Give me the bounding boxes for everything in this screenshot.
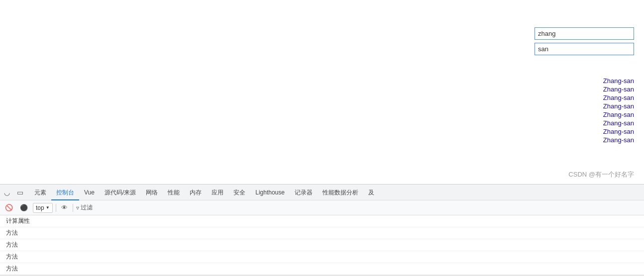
zhang-san-link-6[interactable]: Zhang-san: [603, 119, 634, 127]
row-label-4: 方法: [6, 265, 18, 273]
devtools-icons: ◡ ▭: [2, 187, 25, 197]
console-toolbar: 🚫 ⚫ top ▼ 👁 ▿ 过滤: [0, 200, 644, 215]
tab-network[interactable]: 网络: [141, 185, 163, 200]
device-icon[interactable]: ▭: [15, 187, 25, 197]
error-button[interactable]: ⚫: [18, 203, 30, 212]
tab-lighthouse[interactable]: Lighthouse: [250, 185, 290, 200]
tab-security[interactable]: 安全: [228, 185, 250, 200]
tab-vue[interactable]: Vue: [79, 185, 100, 200]
tab-application[interactable]: 应用: [207, 185, 228, 200]
input-container: [535, 27, 634, 55]
zhang-san-link-2[interactable]: Zhang-san: [603, 86, 634, 93]
console-row-0[interactable]: 计算属性: [0, 215, 644, 227]
console-row-3[interactable]: 方法: [0, 251, 644, 263]
zhang-san-link-3[interactable]: Zhang-san: [603, 94, 634, 101]
context-label: top: [36, 204, 44, 211]
tab-memory[interactable]: 内存: [185, 185, 207, 200]
watermark: CSDN @有一个好名字: [568, 170, 634, 179]
tab-more[interactable]: 及: [363, 185, 379, 200]
tab-console[interactable]: 控制台: [51, 185, 79, 200]
tab-sources[interactable]: 源代码/来源: [100, 185, 141, 200]
toolbar-divider: [56, 204, 56, 212]
tab-elements[interactable]: 元素: [29, 185, 51, 200]
context-selector[interactable]: top ▼: [33, 203, 53, 213]
zhang-san-link-1[interactable]: Zhang-san: [603, 77, 634, 85]
clear-button[interactable]: 🚫: [3, 203, 15, 212]
row-label-3: 方法: [6, 253, 18, 261]
zhang-san-link-4[interactable]: Zhang-san: [603, 102, 634, 110]
inspect-icon[interactable]: ◡: [2, 187, 12, 197]
row-label-0: 计算属性: [6, 217, 30, 225]
row-label-2: 方法: [6, 241, 18, 249]
devtools-bar: ◡ ▭ 元素 控制台 Vue 源代码/来源 网络 性能 内存 应用 安全 Lig…: [0, 184, 644, 276]
tab-bar: ◡ ▭ 元素 控制台 Vue 源代码/来源 网络 性能 内存 应用 安全 Lig…: [0, 185, 644, 200]
filter-label: 过滤: [81, 203, 93, 212]
tab-performance-insights[interactable]: 性能数据分析: [318, 185, 363, 200]
console-row-1[interactable]: 方法: [0, 227, 644, 239]
zhang-san-link-5[interactable]: Zhang-san: [603, 111, 634, 118]
zhang-san-link-7[interactable]: Zhang-san: [603, 128, 634, 135]
console-row-4[interactable]: 方法: [0, 263, 644, 275]
san-input[interactable]: [535, 43, 634, 55]
row-label-1: 方法: [6, 229, 18, 237]
zhang-san-link-8[interactable]: Zhang-san: [603, 136, 634, 144]
filter-button[interactable]: ▿ 过滤: [76, 203, 93, 212]
filter-icon: ▿: [76, 204, 79, 211]
zhang-input[interactable]: [535, 27, 634, 40]
tab-recorder[interactable]: 记录器: [290, 185, 318, 200]
eye-icon[interactable]: 👁: [59, 203, 70, 212]
main-area: Zhang-san Zhang-san Zhang-san Zhang-san …: [0, 0, 644, 184]
tab-performance[interactable]: 性能: [163, 185, 185, 200]
zhang-san-list: Zhang-san Zhang-san Zhang-san Zhang-san …: [603, 77, 634, 144]
console-content: 计算属性 方法 方法 方法 方法: [0, 215, 644, 275]
toolbar-divider-2: [73, 204, 73, 212]
context-arrow-icon: ▼: [46, 205, 50, 210]
console-row-2[interactable]: 方法: [0, 239, 644, 251]
